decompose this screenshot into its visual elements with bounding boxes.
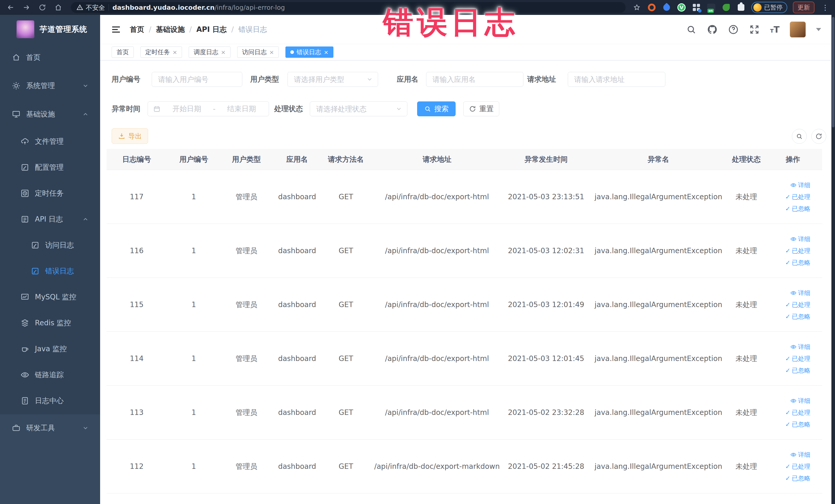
mark-ignored-link[interactable]: ✓已忽略 [785,205,810,213]
app-logo-row[interactable]: 芋道管理系统 [0,15,100,44]
detail-link[interactable]: 详细 [790,289,810,297]
toggle-search-button[interactable] [792,129,807,144]
search-button[interactable]: 搜索 [417,101,455,116]
font-size-icon[interactable]: TT [770,25,779,34]
address-bar[interactable]: 不安全 dashboard.yudao.iocoder.cn/infra/log… [71,2,626,13]
close-icon[interactable]: × [269,49,274,56]
mark-ignored-link[interactable]: ✓已忽略 [785,474,810,482]
sidebar-item-home[interactable]: 首页 [0,44,100,72]
sidebar-item-log-center[interactable]: 日志中心 [0,388,100,414]
extension-sprout-icon[interactable] [721,3,731,12]
export-button[interactable]: 导出 [111,128,148,144]
hamburger-icon[interactable] [110,24,122,35]
sidebar-item-tracing[interactable]: 链路追踪 [0,362,100,388]
process-status-select [310,101,407,116]
paused-extension-badge[interactable]: 已暂停 [751,2,787,13]
mark-ignored-link[interactable]: ✓已忽略 [785,259,810,267]
user-id-input[interactable] [152,72,242,87]
search-icon[interactable] [686,24,697,35]
extension-green-v-icon[interactable]: V [677,3,686,12]
mark-ignored-link[interactable]: ✓已忽略 [785,420,810,428]
browser-home-icon[interactable] [53,2,64,13]
fullscreen-icon[interactable] [749,24,760,35]
bookmark-star-icon[interactable] [632,3,641,12]
extension-blue-icon[interactable] [662,3,671,12]
user-avatar[interactable] [790,22,806,38]
date-range-picker[interactable]: 开始日期 - 结束日期 [148,101,269,116]
extension-puzzle-icon[interactable] [736,3,746,12]
sidebar: 芋道管理系统 首页 系统管理 基础设施 文件管理 配置管理 定时任务 [0,15,100,504]
search-icon [424,105,431,113]
request-url-input[interactable] [568,72,665,87]
tab-schedule-log[interactable]: 调度日志× [189,46,230,58]
sidebar-item-redis-monitor[interactable]: Redis 监控 [0,310,100,336]
sidebar-item-config-manage[interactable]: 配置管理 [0,154,100,180]
mark-processed-link[interactable]: ✓已处理 [785,247,810,255]
mark-processed-link[interactable]: ✓已处理 [785,193,810,201]
tab-error-log[interactable]: 错误日志× [285,46,333,58]
sidebar-item-mysql-monitor[interactable]: MySQL 监控 [0,284,100,310]
detail-link[interactable]: 详细 [790,397,810,405]
close-icon[interactable]: × [221,49,225,56]
user-type-input[interactable] [287,72,378,87]
cell-app-name: dashboard [272,193,322,201]
sidebar-item-dev-tools[interactable]: 研发工具 [0,415,100,442]
mark-processed-link[interactable]: ✓已处理 [785,301,810,309]
mark-ignored-link[interactable]: ✓已忽略 [785,313,810,321]
cell-exception-name: java.lang.IllegalArgumentException [588,462,729,471]
mark-ignored-link[interactable]: ✓已忽略 [785,366,810,375]
help-icon[interactable] [728,24,739,35]
detail-link[interactable]: 详细 [790,181,810,189]
sidebar-item-infra[interactable]: 基础设施 [0,100,100,128]
app-name-input[interactable] [426,72,523,87]
browser-back-icon[interactable] [5,2,16,13]
refresh-table-button[interactable] [811,129,826,144]
sidebar-item-scheduled-jobs[interactable]: 定时任务 [0,180,100,206]
detail-link[interactable]: 详细 [790,343,810,351]
process-status-input[interactable] [310,101,407,116]
cell-log-id: 116 [106,246,167,255]
sidebar-item-file-manage[interactable]: 文件管理 [0,128,100,154]
cell-user-type: 管理员 [221,246,272,256]
site-security[interactable]: 不安全 [77,3,105,12]
check-icon: ✓ [785,205,790,212]
tab-home[interactable]: 首页 [111,46,134,58]
mark-processed-link[interactable]: ✓已处理 [785,462,810,471]
extension-grid-icon[interactable] [692,3,701,12]
cell-method: GET [322,462,370,471]
close-icon[interactable]: × [324,49,328,56]
tab-scheduled-jobs[interactable]: 定时任务× [140,46,182,58]
sidebar-item-access-log[interactable]: 访问日志 [0,232,100,258]
github-icon[interactable] [707,24,718,35]
user-menu-caret-icon[interactable] [816,28,821,31]
tab-access-log[interactable]: 访问日志× [237,46,279,58]
sidebar-item-error-log[interactable]: 错误日志 [0,258,100,284]
scrollbar-thumb[interactable] [832,17,834,127]
breadcrumb-infra[interactable]: 基础设施 [156,25,185,35]
sidebar-item-system[interactable]: 系统管理 [0,72,100,100]
extension-orange-icon[interactable] [647,3,656,12]
detail-link[interactable]: 详细 [790,235,810,243]
edit-doc-icon [31,241,40,249]
page-scrollbar[interactable] [831,15,835,504]
sidebar-item-java-monitor[interactable]: Java 监控 [0,336,100,362]
breadcrumb-home[interactable]: 首页 [130,25,144,35]
reset-button[interactable]: 重置 [463,101,499,116]
col-actions: 操作 [763,155,822,164]
mark-processed-link[interactable]: ✓已处理 [785,355,810,363]
chrome-menu-icon[interactable]: ⋮ [820,3,830,12]
chrome-update-button[interactable]: 更新 [793,2,814,13]
sidebar-item-api-log[interactable]: API 日志 [0,206,100,232]
browser-reload-icon[interactable] [37,2,48,13]
cell-log-id: 117 [106,193,167,201]
mark-processed-link[interactable]: ✓已处理 [785,408,810,417]
browser-forward-icon[interactable] [21,2,32,13]
detail-link[interactable]: 详细 [790,450,810,459]
close-icon[interactable]: × [172,49,177,56]
view-icon [790,344,796,350]
table-row: 117 1 管理员 dashboard GET /api/infra/db-do… [106,170,822,224]
table-row: 113 1 管理员 dashboard GET /api/infra/db-do… [106,386,822,440]
cell-status: 未处理 [729,192,763,202]
breadcrumb-api-log[interactable]: API 日志 [196,25,227,35]
extension-switch-on-icon[interactable]: on [707,3,716,12]
